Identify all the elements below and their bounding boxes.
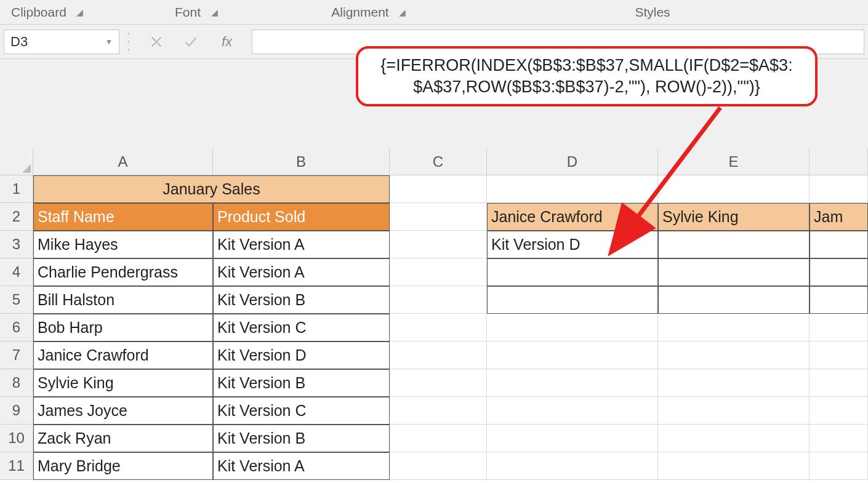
cell-B5[interactable]: Kit Version B: [213, 286, 390, 314]
dialog-launcher-icon[interactable]: ◢: [75, 7, 85, 17]
cell-D3[interactable]: Kit Version D: [487, 231, 658, 258]
cell-E4[interactable]: [658, 258, 810, 286]
cell-F2[interactable]: Jam: [810, 203, 868, 231]
cell-A3[interactable]: Mike Hayes: [33, 231, 213, 258]
cell-C11[interactable]: [390, 452, 487, 480]
row-header-6[interactable]: 6: [0, 314, 33, 341]
ribbon-group-styles[interactable]: Styles: [437, 0, 868, 24]
cell-F6[interactable]: [810, 314, 868, 341]
cell-C10[interactable]: [390, 425, 487, 452]
cell-F11[interactable]: [810, 452, 868, 480]
cell-C3[interactable]: [390, 231, 487, 258]
cell-B8[interactable]: Kit Version B: [213, 369, 390, 397]
cell-C6[interactable]: [390, 314, 487, 341]
column-header-A[interactable]: A: [33, 148, 213, 175]
cell-D11[interactable]: [487, 452, 658, 480]
ribbon-label: Styles: [629, 5, 676, 20]
cell-E10[interactable]: [658, 425, 810, 452]
cell-F8[interactable]: [810, 369, 868, 397]
cell-D6[interactable]: [487, 314, 658, 341]
cell-C4[interactable]: [390, 258, 487, 286]
name-box-value: D3: [10, 34, 28, 50]
resize-handle-icon[interactable]: ●●●: [124, 31, 133, 52]
row-header-8[interactable]: 8: [0, 369, 33, 397]
cell-E9[interactable]: [658, 397, 810, 425]
cell-B9[interactable]: Kit Version C: [213, 397, 390, 425]
cell-F7[interactable]: [810, 341, 868, 369]
chevron-down-icon[interactable]: ▼: [105, 38, 113, 46]
cell-B11[interactable]: Kit Version A: [213, 452, 390, 480]
cell-F4[interactable]: [810, 258, 868, 286]
select-all-corner[interactable]: [0, 148, 33, 175]
cell-A1[interactable]: January Sales: [33, 175, 390, 203]
ribbon-label: Clipboard: [5, 5, 73, 20]
cell-F9[interactable]: [810, 397, 868, 425]
ribbon-group-alignment[interactable]: Alignment ◢: [295, 0, 437, 24]
row-header-4[interactable]: 4: [0, 258, 33, 286]
row-header-5[interactable]: 5: [0, 286, 33, 314]
cell-B7[interactable]: Kit Version D: [213, 341, 390, 369]
cell-A9[interactable]: James Joyce: [33, 397, 213, 425]
cell-D4[interactable]: [487, 258, 658, 286]
cell-D8[interactable]: [487, 369, 658, 397]
cell-A4[interactable]: Charlie Pendergrass: [33, 258, 213, 286]
cell-F10[interactable]: [810, 425, 868, 452]
column-header-E[interactable]: E: [658, 148, 810, 175]
cell-D1[interactable]: [487, 175, 658, 203]
cell-F5[interactable]: [810, 286, 868, 314]
cell-C1[interactable]: [390, 175, 487, 203]
column-header-D[interactable]: D: [487, 148, 658, 175]
cell-E8[interactable]: [658, 369, 810, 397]
cell-B4[interactable]: Kit Version A: [213, 258, 390, 286]
cell-A5[interactable]: Bill Halston: [33, 286, 213, 314]
row-header-11[interactable]: 11: [0, 452, 33, 480]
cell-B10[interactable]: Kit Version B: [213, 425, 390, 452]
dialog-launcher-icon[interactable]: ◢: [209, 7, 219, 17]
cell-C7[interactable]: [390, 341, 487, 369]
row-header-1[interactable]: 1: [0, 175, 33, 203]
cell-E6[interactable]: [658, 314, 810, 341]
cell-C2[interactable]: [390, 203, 487, 231]
cell-C8[interactable]: [390, 369, 487, 397]
formula-callout: {=IFERROR(INDEX($B$3:$B$37,SMALL(IF(D$2=…: [356, 46, 818, 106]
cell-C5[interactable]: [390, 286, 487, 314]
cell-D9[interactable]: [487, 397, 658, 425]
cell-A2[interactable]: Staff Name: [33, 203, 213, 231]
cell-A11[interactable]: Mary Bridge: [33, 452, 213, 480]
cancel-formula-button[interactable]: [148, 33, 165, 50]
cell-A7[interactable]: Janice Crawford: [33, 341, 213, 369]
insert-function-button[interactable]: fx: [217, 34, 237, 50]
row-header-3[interactable]: 3: [0, 231, 33, 258]
row-header-9[interactable]: 9: [0, 397, 33, 425]
cell-E11[interactable]: [658, 452, 810, 480]
cell-D10[interactable]: [487, 425, 658, 452]
cell-E1[interactable]: [658, 175, 810, 203]
cell-E5[interactable]: [658, 286, 810, 314]
column-header-B[interactable]: B: [213, 148, 390, 175]
column-header-F[interactable]: [810, 148, 868, 175]
row-header-7[interactable]: 7: [0, 341, 33, 369]
ribbon-group-font[interactable]: Font ◢: [92, 0, 295, 24]
cell-D7[interactable]: [487, 341, 658, 369]
dialog-launcher-icon[interactable]: ◢: [398, 7, 408, 17]
cell-E2[interactable]: Sylvie King: [658, 203, 810, 231]
cell-B2[interactable]: Product Sold: [213, 203, 390, 231]
cell-E7[interactable]: [658, 341, 810, 369]
enter-formula-button[interactable]: [182, 33, 199, 50]
row-header-2[interactable]: 2: [0, 203, 33, 231]
cell-B3[interactable]: Kit Version A: [213, 231, 390, 258]
ribbon-group-clipboard[interactable]: Clipboard ◢: [0, 0, 92, 24]
cell-B6[interactable]: Kit Version C: [213, 314, 390, 341]
name-box[interactable]: D3 ▼: [4, 30, 119, 54]
cell-F1[interactable]: [810, 175, 868, 203]
cell-A8[interactable]: Sylvie King: [33, 369, 213, 397]
cell-C9[interactable]: [390, 397, 487, 425]
cell-E3[interactable]: [658, 231, 810, 258]
cell-A10[interactable]: Zack Ryan: [33, 425, 213, 452]
row-header-10[interactable]: 10: [0, 425, 33, 452]
cell-D2[interactable]: Janice Crawford: [487, 203, 658, 231]
cell-F3[interactable]: [810, 231, 868, 258]
cell-D5[interactable]: [487, 286, 658, 314]
column-header-C[interactable]: C: [390, 148, 487, 175]
cell-A6[interactable]: Bob Harp: [33, 314, 213, 341]
